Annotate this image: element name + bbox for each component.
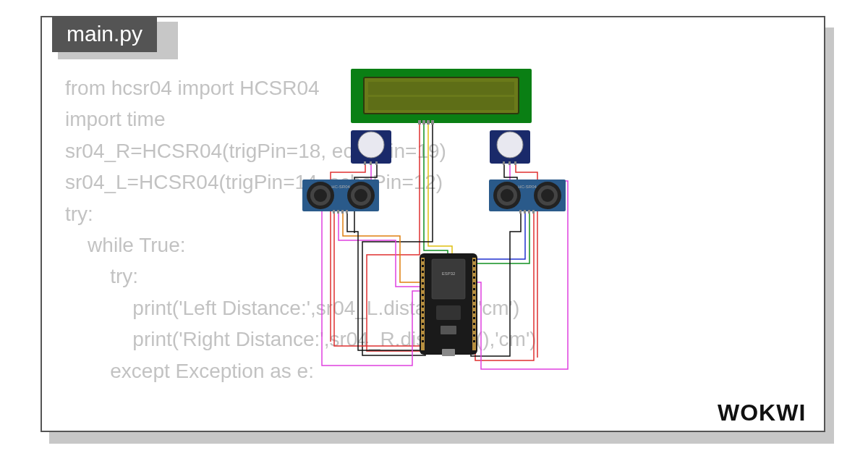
ultrasonic-sensor-left: HC-SR04 [302, 180, 379, 214]
svg-rect-73 [473, 305, 475, 308]
svg-point-14 [497, 132, 523, 158]
svg-rect-41 [532, 210, 535, 214]
svg-rect-72 [473, 300, 475, 302]
svg-rect-61 [422, 323, 424, 325]
filename-tab: main.py [52, 16, 157, 52]
svg-rect-12 [375, 161, 378, 165]
svg-rect-38 [519, 210, 522, 214]
svg-rect-78 [473, 334, 475, 337]
svg-point-21 [314, 189, 327, 202]
svg-rect-27 [337, 210, 339, 214]
svg-point-33 [501, 189, 514, 202]
svg-rect-52 [422, 271, 424, 273]
filename-text: main.py [67, 22, 142, 46]
svg-rect-56 [422, 294, 424, 296]
svg-rect-53 [422, 276, 424, 279]
ultrasonic-sensor-right: HC-SR04 [489, 180, 566, 214]
lcd-display [351, 69, 532, 124]
svg-rect-51 [422, 265, 424, 267]
svg-rect-67 [473, 271, 475, 273]
svg-rect-17 [514, 161, 516, 165]
svg-rect-71 [473, 294, 475, 296]
esp32-board: ESP32 [420, 253, 477, 356]
svg-rect-60 [422, 317, 424, 319]
svg-rect-2 [368, 82, 514, 95]
svg-rect-29 [346, 210, 348, 214]
svg-rect-4 [418, 120, 421, 124]
svg-text:HC-SR04: HC-SR04 [331, 185, 350, 189]
svg-rect-58 [422, 305, 424, 308]
svg-rect-66 [473, 265, 475, 267]
svg-rect-68 [473, 276, 475, 279]
svg-rect-69 [473, 282, 475, 284]
svg-rect-59 [422, 311, 424, 313]
svg-rect-43 [432, 259, 465, 299]
svg-rect-11 [370, 161, 372, 165]
svg-text:WOKWI: WOKWI [718, 400, 806, 426]
svg-rect-26 [333, 210, 335, 214]
pir-sensor-left [351, 130, 391, 165]
svg-rect-75 [473, 317, 475, 319]
svg-rect-5 [422, 120, 425, 124]
svg-rect-6 [427, 120, 430, 124]
svg-rect-47 [442, 349, 455, 356]
svg-rect-50 [422, 259, 424, 261]
svg-point-36 [541, 189, 554, 202]
svg-rect-62 [422, 329, 424, 331]
svg-rect-3 [368, 97, 514, 110]
svg-rect-28 [341, 210, 344, 214]
svg-rect-54 [422, 282, 424, 284]
svg-rect-74 [473, 311, 475, 313]
pir-sensor-right [490, 130, 530, 165]
circuit-diagram: HC-SR04 HC-SR04 ESP32 [278, 65, 618, 398]
svg-point-9 [358, 132, 384, 158]
svg-text:ESP32: ESP32 [442, 271, 456, 276]
svg-rect-64 [422, 340, 424, 342]
svg-rect-65 [473, 259, 475, 261]
svg-rect-7 [431, 120, 434, 124]
svg-rect-70 [473, 288, 475, 290]
svg-rect-10 [364, 161, 366, 165]
svg-rect-46 [441, 326, 456, 334]
svg-rect-79 [473, 340, 475, 342]
svg-rect-57 [422, 300, 424, 302]
svg-rect-15 [503, 161, 505, 165]
svg-text:HC-SR04: HC-SR04 [518, 185, 537, 189]
svg-rect-40 [528, 210, 530, 214]
svg-point-24 [354, 189, 367, 202]
svg-rect-45 [436, 305, 461, 320]
brand-logo: WOKWI [718, 397, 826, 434]
svg-rect-76 [473, 323, 475, 325]
svg-rect-16 [509, 161, 511, 165]
svg-rect-55 [422, 288, 424, 290]
svg-rect-77 [473, 329, 475, 331]
svg-rect-39 [524, 210, 526, 214]
svg-rect-63 [422, 334, 424, 337]
